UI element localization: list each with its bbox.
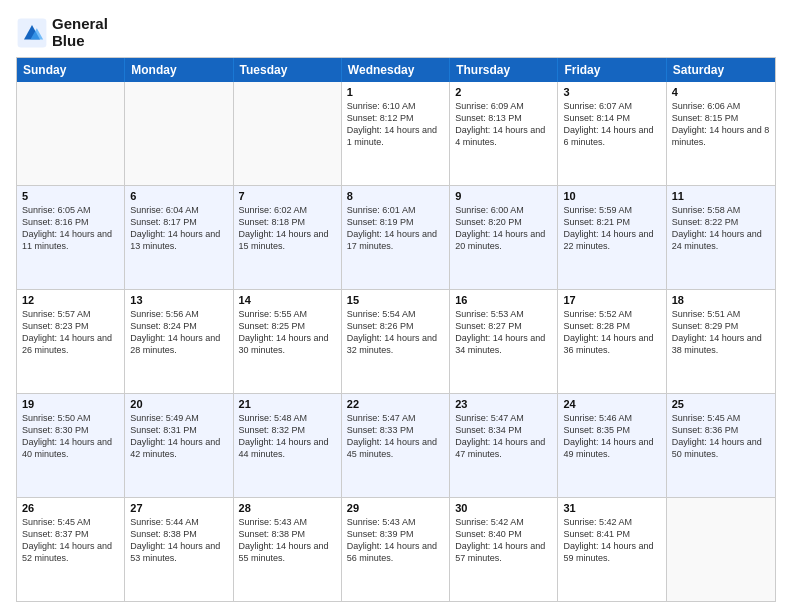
empty-cell-0-1 bbox=[125, 82, 233, 185]
day-info: Sunrise: 5:48 AM Sunset: 8:32 PM Dayligh… bbox=[239, 412, 336, 461]
day-number: 14 bbox=[239, 294, 336, 306]
day-info: Sunrise: 5:59 AM Sunset: 8:21 PM Dayligh… bbox=[563, 204, 660, 253]
day-number: 10 bbox=[563, 190, 660, 202]
day-number: 18 bbox=[672, 294, 770, 306]
page-header: GeneralBlue bbox=[16, 16, 776, 49]
day-info: Sunrise: 5:50 AM Sunset: 8:30 PM Dayligh… bbox=[22, 412, 119, 461]
day-cell-14: 14Sunrise: 5:55 AM Sunset: 8:25 PM Dayli… bbox=[234, 290, 342, 393]
day-info: Sunrise: 5:51 AM Sunset: 8:29 PM Dayligh… bbox=[672, 308, 770, 357]
day-cell-28: 28Sunrise: 5:43 AM Sunset: 8:38 PM Dayli… bbox=[234, 498, 342, 601]
day-info: Sunrise: 5:42 AM Sunset: 8:40 PM Dayligh… bbox=[455, 516, 552, 565]
logo-icon bbox=[16, 17, 48, 49]
day-info: Sunrise: 5:47 AM Sunset: 8:33 PM Dayligh… bbox=[347, 412, 444, 461]
day-info: Sunrise: 5:54 AM Sunset: 8:26 PM Dayligh… bbox=[347, 308, 444, 357]
day-cell-25: 25Sunrise: 5:45 AM Sunset: 8:36 PM Dayli… bbox=[667, 394, 775, 497]
day-info: Sunrise: 6:06 AM Sunset: 8:15 PM Dayligh… bbox=[672, 100, 770, 149]
weekday-header-tuesday: Tuesday bbox=[234, 58, 342, 82]
day-number: 30 bbox=[455, 502, 552, 514]
day-cell-21: 21Sunrise: 5:48 AM Sunset: 8:32 PM Dayli… bbox=[234, 394, 342, 497]
empty-cell-4-6 bbox=[667, 498, 775, 601]
weekday-header-sunday: Sunday bbox=[17, 58, 125, 82]
day-info: Sunrise: 5:57 AM Sunset: 8:23 PM Dayligh… bbox=[22, 308, 119, 357]
day-cell-17: 17Sunrise: 5:52 AM Sunset: 8:28 PM Dayli… bbox=[558, 290, 666, 393]
logo-text: GeneralBlue bbox=[52, 16, 108, 49]
day-number: 9 bbox=[455, 190, 552, 202]
empty-cell-0-0 bbox=[17, 82, 125, 185]
day-info: Sunrise: 6:01 AM Sunset: 8:19 PM Dayligh… bbox=[347, 204, 444, 253]
day-cell-24: 24Sunrise: 5:46 AM Sunset: 8:35 PM Dayli… bbox=[558, 394, 666, 497]
day-number: 1 bbox=[347, 86, 444, 98]
day-info: Sunrise: 6:04 AM Sunset: 8:17 PM Dayligh… bbox=[130, 204, 227, 253]
day-cell-4: 4Sunrise: 6:06 AM Sunset: 8:15 PM Daylig… bbox=[667, 82, 775, 185]
calendar-header: SundayMondayTuesdayWednesdayThursdayFrid… bbox=[17, 58, 775, 82]
calendar-row-4: 26Sunrise: 5:45 AM Sunset: 8:37 PM Dayli… bbox=[17, 498, 775, 601]
day-number: 4 bbox=[672, 86, 770, 98]
day-info: Sunrise: 6:05 AM Sunset: 8:16 PM Dayligh… bbox=[22, 204, 119, 253]
day-number: 28 bbox=[239, 502, 336, 514]
logo: GeneralBlue bbox=[16, 16, 108, 49]
day-number: 23 bbox=[455, 398, 552, 410]
day-cell-7: 7Sunrise: 6:02 AM Sunset: 8:18 PM Daylig… bbox=[234, 186, 342, 289]
weekday-header-thursday: Thursday bbox=[450, 58, 558, 82]
day-info: Sunrise: 5:58 AM Sunset: 8:22 PM Dayligh… bbox=[672, 204, 770, 253]
day-info: Sunrise: 5:45 AM Sunset: 8:36 PM Dayligh… bbox=[672, 412, 770, 461]
day-cell-11: 11Sunrise: 5:58 AM Sunset: 8:22 PM Dayli… bbox=[667, 186, 775, 289]
day-number: 5 bbox=[22, 190, 119, 202]
day-info: Sunrise: 5:43 AM Sunset: 8:39 PM Dayligh… bbox=[347, 516, 444, 565]
day-cell-10: 10Sunrise: 5:59 AM Sunset: 8:21 PM Dayli… bbox=[558, 186, 666, 289]
day-info: Sunrise: 5:45 AM Sunset: 8:37 PM Dayligh… bbox=[22, 516, 119, 565]
day-info: Sunrise: 6:02 AM Sunset: 8:18 PM Dayligh… bbox=[239, 204, 336, 253]
weekday-header-wednesday: Wednesday bbox=[342, 58, 450, 82]
day-info: Sunrise: 6:00 AM Sunset: 8:20 PM Dayligh… bbox=[455, 204, 552, 253]
day-cell-20: 20Sunrise: 5:49 AM Sunset: 8:31 PM Dayli… bbox=[125, 394, 233, 497]
day-info: Sunrise: 6:10 AM Sunset: 8:12 PM Dayligh… bbox=[347, 100, 444, 149]
day-cell-18: 18Sunrise: 5:51 AM Sunset: 8:29 PM Dayli… bbox=[667, 290, 775, 393]
weekday-header-friday: Friday bbox=[558, 58, 666, 82]
day-info: Sunrise: 6:07 AM Sunset: 8:14 PM Dayligh… bbox=[563, 100, 660, 149]
day-number: 8 bbox=[347, 190, 444, 202]
day-number: 16 bbox=[455, 294, 552, 306]
day-number: 13 bbox=[130, 294, 227, 306]
day-info: Sunrise: 5:55 AM Sunset: 8:25 PM Dayligh… bbox=[239, 308, 336, 357]
day-number: 25 bbox=[672, 398, 770, 410]
day-cell-13: 13Sunrise: 5:56 AM Sunset: 8:24 PM Dayli… bbox=[125, 290, 233, 393]
day-number: 6 bbox=[130, 190, 227, 202]
calendar-body: 1Sunrise: 6:10 AM Sunset: 8:12 PM Daylig… bbox=[17, 82, 775, 601]
day-cell-5: 5Sunrise: 6:05 AM Sunset: 8:16 PM Daylig… bbox=[17, 186, 125, 289]
day-info: Sunrise: 5:42 AM Sunset: 8:41 PM Dayligh… bbox=[563, 516, 660, 565]
day-number: 7 bbox=[239, 190, 336, 202]
day-info: Sunrise: 5:47 AM Sunset: 8:34 PM Dayligh… bbox=[455, 412, 552, 461]
day-cell-12: 12Sunrise: 5:57 AM Sunset: 8:23 PM Dayli… bbox=[17, 290, 125, 393]
day-cell-30: 30Sunrise: 5:42 AM Sunset: 8:40 PM Dayli… bbox=[450, 498, 558, 601]
weekday-header-monday: Monday bbox=[125, 58, 233, 82]
day-cell-9: 9Sunrise: 6:00 AM Sunset: 8:20 PM Daylig… bbox=[450, 186, 558, 289]
day-number: 26 bbox=[22, 502, 119, 514]
day-number: 27 bbox=[130, 502, 227, 514]
day-number: 22 bbox=[347, 398, 444, 410]
day-cell-26: 26Sunrise: 5:45 AM Sunset: 8:37 PM Dayli… bbox=[17, 498, 125, 601]
day-info: Sunrise: 5:43 AM Sunset: 8:38 PM Dayligh… bbox=[239, 516, 336, 565]
empty-cell-0-2 bbox=[234, 82, 342, 185]
day-number: 20 bbox=[130, 398, 227, 410]
calendar-row-1: 5Sunrise: 6:05 AM Sunset: 8:16 PM Daylig… bbox=[17, 186, 775, 290]
day-number: 17 bbox=[563, 294, 660, 306]
day-cell-1: 1Sunrise: 6:10 AM Sunset: 8:12 PM Daylig… bbox=[342, 82, 450, 185]
day-cell-29: 29Sunrise: 5:43 AM Sunset: 8:39 PM Dayli… bbox=[342, 498, 450, 601]
day-info: Sunrise: 5:52 AM Sunset: 8:28 PM Dayligh… bbox=[563, 308, 660, 357]
day-info: Sunrise: 6:09 AM Sunset: 8:13 PM Dayligh… bbox=[455, 100, 552, 149]
day-cell-15: 15Sunrise: 5:54 AM Sunset: 8:26 PM Dayli… bbox=[342, 290, 450, 393]
day-cell-22: 22Sunrise: 5:47 AM Sunset: 8:33 PM Dayli… bbox=[342, 394, 450, 497]
day-cell-23: 23Sunrise: 5:47 AM Sunset: 8:34 PM Dayli… bbox=[450, 394, 558, 497]
day-info: Sunrise: 5:44 AM Sunset: 8:38 PM Dayligh… bbox=[130, 516, 227, 565]
day-number: 15 bbox=[347, 294, 444, 306]
day-number: 24 bbox=[563, 398, 660, 410]
day-number: 19 bbox=[22, 398, 119, 410]
calendar-row-2: 12Sunrise: 5:57 AM Sunset: 8:23 PM Dayli… bbox=[17, 290, 775, 394]
day-cell-31: 31Sunrise: 5:42 AM Sunset: 8:41 PM Dayli… bbox=[558, 498, 666, 601]
day-info: Sunrise: 5:46 AM Sunset: 8:35 PM Dayligh… bbox=[563, 412, 660, 461]
day-number: 31 bbox=[563, 502, 660, 514]
calendar-row-3: 19Sunrise: 5:50 AM Sunset: 8:30 PM Dayli… bbox=[17, 394, 775, 498]
day-info: Sunrise: 5:56 AM Sunset: 8:24 PM Dayligh… bbox=[130, 308, 227, 357]
day-cell-2: 2Sunrise: 6:09 AM Sunset: 8:13 PM Daylig… bbox=[450, 82, 558, 185]
day-number: 29 bbox=[347, 502, 444, 514]
